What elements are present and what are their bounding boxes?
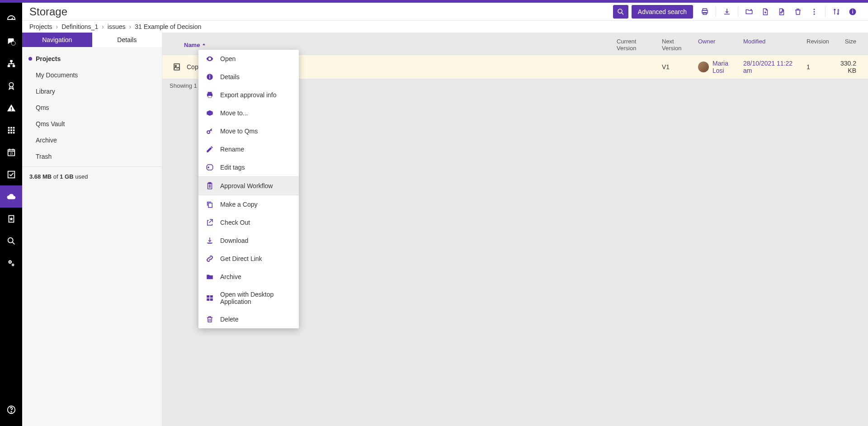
download-icon	[206, 237, 214, 245]
info-icon	[849, 8, 857, 16]
svg-rect-10	[8, 129, 9, 131]
ctx-approval-workflow[interactable]: Approval Workflow	[198, 177, 299, 195]
sort-asc-icon	[202, 43, 206, 47]
rail-storage[interactable]	[0, 185, 22, 208]
delete-button[interactable]	[790, 5, 806, 19]
rail-apps[interactable]	[0, 119, 22, 141]
download-icon	[723, 8, 731, 16]
col-next-version[interactable]: Next Version	[657, 38, 693, 52]
svg-rect-13	[8, 132, 9, 133]
more-button[interactable]	[807, 5, 822, 19]
nav-library[interactable]: Library	[22, 83, 162, 99]
ctx-archive[interactable]: Archive	[198, 268, 299, 286]
network-icon	[6, 59, 16, 69]
tag-icon	[206, 163, 214, 171]
rail-warning[interactable]	[0, 97, 22, 119]
folder-plus-icon	[745, 8, 753, 16]
rail-help[interactable]	[0, 398, 22, 421]
svg-point-31	[814, 9, 815, 10]
copy-icon	[206, 200, 214, 208]
ctx-make-copy[interactable]: Make a Copy	[198, 195, 299, 213]
ctx-open-desktop[interactable]: Open with Desktop Application	[198, 286, 299, 310]
sort-icon: AZ	[832, 8, 840, 16]
download-button[interactable]	[719, 5, 735, 19]
svg-text:Z: Z	[838, 11, 840, 13]
rail-badge[interactable]	[0, 75, 22, 97]
nav-qms[interactable]: Qms	[22, 99, 162, 116]
tab-details[interactable]: Details	[92, 33, 162, 47]
sort-button[interactable]: AZ	[829, 5, 844, 19]
col-size[interactable]: Size	[829, 38, 861, 52]
rail-settings[interactable]	[0, 252, 22, 274]
nav-archive[interactable]: Archive	[22, 132, 162, 148]
svg-point-40	[175, 65, 176, 66]
ctx-get-link[interactable]: Get Direct Link	[198, 250, 299, 268]
tab-navigation[interactable]: Navigation	[22, 33, 92, 47]
context-menu: Open Details Export approval info Move t…	[198, 50, 299, 328]
col-current-version[interactable]: Current Version	[612, 38, 657, 52]
svg-rect-39	[174, 64, 179, 70]
breadcrumb-item[interactable]: Projects	[29, 23, 52, 30]
warning-icon	[6, 103, 16, 113]
ctx-rename[interactable]: Rename	[198, 140, 299, 158]
rail-calendar[interactable]: 15	[0, 141, 22, 163]
svg-point-41	[209, 58, 211, 60]
svg-rect-51	[209, 183, 211, 184]
svg-rect-2	[7, 65, 10, 67]
rail-chat[interactable]	[0, 30, 22, 52]
rail-network[interactable]	[0, 52, 22, 75]
svg-rect-11	[10, 129, 12, 131]
col-modified[interactable]: Modified	[739, 38, 802, 52]
new-folder-button[interactable]	[741, 5, 757, 19]
search-button[interactable]	[613, 5, 628, 19]
svg-point-24	[12, 264, 13, 265]
svg-rect-8	[10, 127, 12, 128]
page-title: Storage	[29, 5, 67, 18]
file-edit-icon	[778, 8, 786, 16]
col-owner[interactable]: Owner	[693, 38, 739, 52]
breadcrumb-item[interactable]: issues	[108, 23, 126, 30]
grid-icon	[6, 125, 16, 135]
ctx-edit-tags[interactable]: Edit tags	[198, 158, 299, 176]
svg-point-38	[852, 9, 853, 10]
info-button[interactable]	[845, 5, 860, 19]
new-file-button[interactable]	[758, 5, 773, 19]
ctx-move-to-qms[interactable]: Move to Qms	[198, 122, 299, 140]
svg-rect-3	[12, 65, 15, 67]
rail-check[interactable]	[0, 163, 22, 185]
print-icon	[206, 91, 214, 99]
nav-my-documents[interactable]: My Documents	[22, 67, 162, 83]
nav-root-projects[interactable]: Projects	[22, 51, 162, 67]
rail-bookmark[interactable]	[0, 208, 22, 230]
svg-rect-18	[8, 171, 14, 178]
trash-icon	[794, 8, 802, 16]
breadcrumb: Projects › Definitions_1 › issues › 31 E…	[22, 21, 868, 33]
ctx-export-approval[interactable]: Export approval info	[198, 86, 299, 104]
clipboard-icon	[206, 182, 214, 190]
ctx-check-out[interactable]: Check Out	[198, 213, 299, 232]
svg-point-44	[209, 75, 210, 76]
ctx-delete[interactable]: Delete	[198, 310, 299, 328]
rail-dashboard[interactable]	[0, 8, 22, 30]
breadcrumb-item[interactable]: Definitions_1	[61, 23, 98, 30]
folder-icon	[206, 273, 214, 281]
col-revision[interactable]: Revision	[802, 38, 829, 52]
checkbox-icon	[6, 170, 16, 180]
nav-trash[interactable]: Trash	[22, 148, 162, 165]
file-revision: 1	[802, 63, 829, 71]
svg-rect-54	[210, 295, 213, 298]
ctx-details[interactable]: Details	[198, 68, 299, 86]
ctx-move-to[interactable]: Move to...	[198, 104, 299, 122]
ctx-download[interactable]: Download	[198, 232, 299, 250]
rail-search[interactable]	[0, 230, 22, 252]
ctx-open[interactable]: Open	[198, 50, 299, 68]
svg-point-20	[8, 237, 13, 242]
advanced-search-button[interactable]: Advanced search	[632, 5, 693, 19]
breadcrumb-item[interactable]: 31 Example of Decision	[135, 23, 201, 30]
trash-icon	[206, 315, 214, 323]
print-button[interactable]	[697, 5, 712, 19]
nav-qms-vault[interactable]: Qms Vault	[22, 116, 162, 132]
edit-file-button[interactable]	[774, 5, 789, 19]
svg-rect-53	[207, 295, 209, 298]
svg-rect-52	[208, 203, 212, 208]
